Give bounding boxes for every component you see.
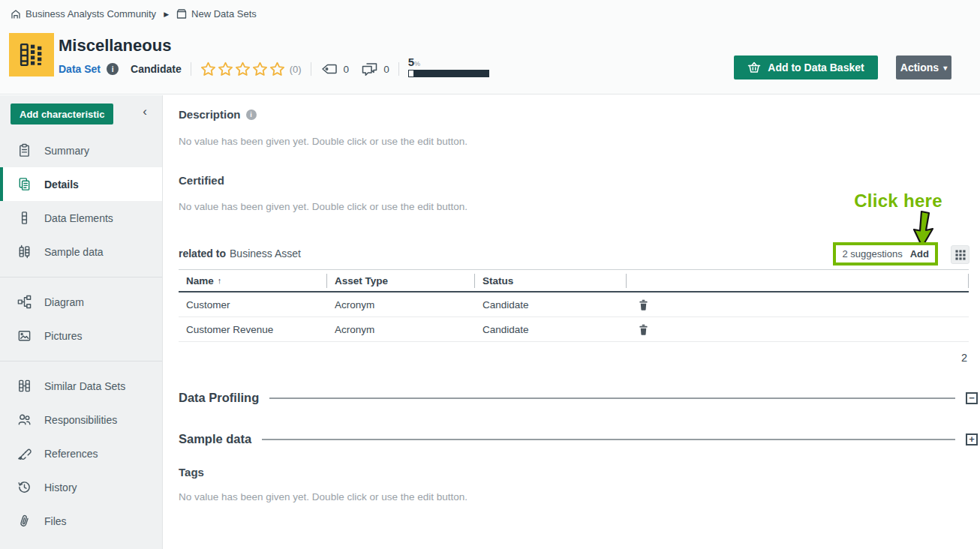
add-relation-button[interactable]: Add [910,248,929,260]
link-icon [17,446,32,461]
sidebar-item-label: Data Elements [44,212,113,224]
certified-placeholder[interactable]: No value has been given yet. Double clic… [179,201,467,212]
actions-label: Actions [900,62,939,74]
click-here-annotation: Click here [845,190,951,212]
add-to-data-basket-label: Add to Data Basket [768,62,864,74]
sidebar-item-label: Diagram [44,296,84,308]
sidebar-item-references[interactable]: References [0,436,162,470]
comments-counter[interactable]: 0 [361,62,389,76]
status-badge: Candidate [131,63,182,75]
sidebar-item-sample-data[interactable]: Sample data [0,235,162,268]
cell-name[interactable]: Customer [179,299,327,310]
relation-target-type: Business Asset [230,248,301,260]
section-rule [262,439,955,440]
breadcrumb: Business Analysts Community ▶ New Data S… [11,8,257,20]
people-icon [17,412,32,428]
sidebar-item-files[interactable]: Files [0,504,162,538]
sample-data-section-header: Sample data + [179,432,978,446]
column-header-actions [627,274,969,288]
sidebar-item-details[interactable]: Details [0,167,162,201]
sidebar-item-responsibilities[interactable]: Responsibilities [0,403,162,436]
compare-columns-icon [17,379,32,394]
data-profiling-title: Data Profiling [179,391,259,405]
star-icon [252,62,268,76]
cell-actions [627,298,969,312]
description-section-title: Description i [179,108,257,121]
grid-icon [955,250,966,260]
collapse-section-icon[interactable]: − [966,392,978,404]
rating-stars[interactable] [200,62,285,76]
table-options-button[interactable] [951,245,969,264]
suggestions-add-button[interactable]: 2 suggestions Add [833,242,938,266]
tags-count: 0 [344,64,350,75]
description-info-icon[interactable]: i [246,110,257,120]
breadcrumb-community-link[interactable]: Business Analysts Community [11,8,156,20]
clipboard-icon [17,143,32,158]
sidebar-item-label: Sample data [44,246,104,258]
description-placeholder[interactable]: No value has been given yet. Double clic… [179,136,467,147]
sidebar-item-similar-data-sets[interactable]: Similar Data Sets [0,369,162,403]
asset-type-info-icon[interactable]: i [107,63,119,75]
certified-section-title: Certified [179,174,224,187]
relation-section-title: related to Business Asset [179,248,301,260]
page-header: Business Analysts Community ▶ New Data S… [0,0,980,94]
delete-relation-button[interactable] [637,298,650,312]
actions-button[interactable]: Actions ▾ [896,56,951,80]
sidebar-item-label: Pictures [44,330,83,342]
cell-status: Candidate [475,299,627,310]
table-header-row: Name ↑ Asset Type Status [179,269,969,292]
relation-table: Name ↑ Asset Type Status Customer Acrony… [179,269,969,342]
divider [191,62,191,76]
sidebar-item-diagram[interactable]: Diagram [0,285,162,319]
expand-section-icon[interactable]: + [966,434,978,446]
sidebar-item-history[interactable]: History [0,470,162,504]
divider [311,62,311,76]
tags-placeholder[interactable]: No value has been given yet. Double clic… [179,491,467,502]
column-header-status[interactable]: Status [475,274,627,288]
divider [398,62,399,76]
sidebar-item-label: History [44,482,77,494]
column-header-asset-type[interactable]: Asset Type [327,274,475,288]
sidebar-collapse-icon[interactable]: ‹ [143,104,147,119]
sidebar-item-summary[interactable]: Summary [0,134,162,167]
trash-icon [639,324,648,335]
comments-icon [361,62,378,76]
sidebar: Add characteristic ‹ Summary Details Dat… [0,95,163,549]
sort-asc-icon: ↑ [218,276,222,285]
breadcrumb-separator-icon: ▶ [164,10,169,18]
sidebar-divider [0,277,162,278]
star-icon [269,62,285,76]
sample-columns-icon [17,244,32,260]
tags-counter[interactable]: 0 [320,63,350,75]
section-rule [269,398,955,399]
community-icon [11,9,21,20]
table-row: Customer Acronym Candidate [179,292,969,317]
sidebar-nav: Summary Details Data Elements Sample dat… [0,134,162,538]
app-window: Business Analysts Community ▶ New Data S… [0,0,980,549]
sidebar-item-label: Summary [44,145,89,157]
cell-asset-type: Acronym [327,299,475,310]
sidebar-item-data-elements[interactable]: Data Elements [0,201,162,235]
add-characteristic-button[interactable]: Add characteristic [11,104,113,124]
domain-icon [176,9,187,19]
sidebar-item-pictures[interactable]: Pictures [0,319,162,352]
data-profiling-section-header: Data Profiling − [179,391,978,405]
comments-count: 0 [383,64,389,75]
delete-relation-button[interactable] [637,322,650,337]
tags-section-title: Tags [179,466,204,478]
asset-type-link[interactable]: Data Set [59,63,101,75]
sidebar-item-label: Files [44,515,67,527]
cell-name[interactable]: Customer Revenue [179,324,327,335]
add-to-data-basket-button[interactable]: Add to Data Basket [734,56,878,80]
breadcrumb-domain-link[interactable]: New Data Sets [176,8,257,20]
breadcrumb-domain-label: New Data Sets [191,8,257,20]
completeness-label: 5% [408,57,489,69]
sidebar-item-label: References [44,448,98,460]
suggestions-count-label[interactable]: 2 suggestions [842,248,902,260]
sidebar-item-label: Details [44,178,79,190]
main-content: Description i No value has been given ye… [164,95,980,549]
column-header-name[interactable]: Name ↑ [179,274,327,288]
star-icon [235,62,251,76]
asset-meta-row: Data Set i Candidate (0) 0 [59,59,489,79]
trash-icon [639,299,648,310]
